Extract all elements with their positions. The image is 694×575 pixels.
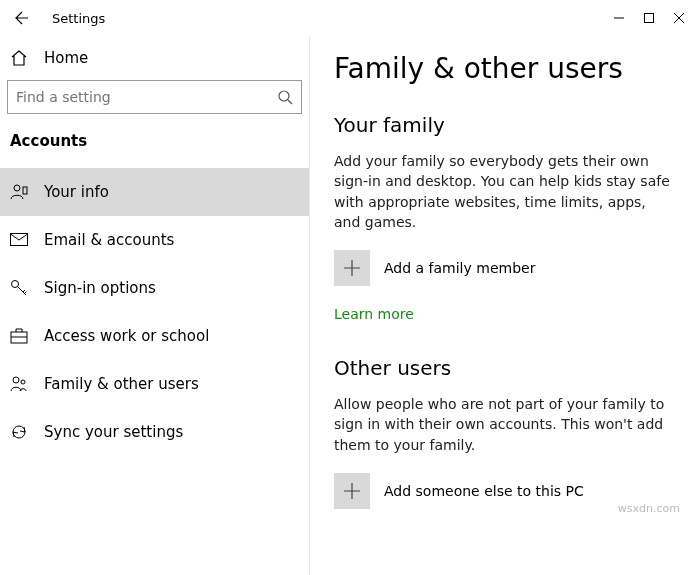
minimize-icon xyxy=(614,13,624,23)
sidebar-item-your-info[interactable]: Your info xyxy=(0,168,309,216)
app-title: Settings xyxy=(44,11,105,26)
nav-label: Your info xyxy=(44,183,109,201)
svg-rect-0 xyxy=(645,14,654,23)
category-title: Accounts xyxy=(0,132,309,168)
minimize-button[interactable] xyxy=(604,0,634,36)
sidebar-item-email-accounts[interactable]: Email & accounts xyxy=(0,216,309,264)
sidebar-item-signin-options[interactable]: Sign-in options xyxy=(0,264,309,312)
home-nav[interactable]: Home xyxy=(0,36,309,80)
sidebar-item-family-other-users[interactable]: Family & other users xyxy=(0,360,309,408)
svg-rect-3 xyxy=(23,187,27,194)
other-users-desc: Allow people who are not part of your fa… xyxy=(334,394,670,455)
svg-point-1 xyxy=(279,91,289,101)
add-other-label: Add someone else to this PC xyxy=(384,483,584,499)
content-area: Home Accounts Your info Email & accounts xyxy=(0,36,694,575)
add-family-member-button[interactable]: Add a family member xyxy=(334,250,670,286)
sidebar-item-access-work-school[interactable]: Access work or school xyxy=(0,312,309,360)
close-icon xyxy=(674,13,684,23)
watermark: wsxdn.com xyxy=(618,502,680,515)
titlebar: Settings xyxy=(0,0,694,36)
briefcase-icon xyxy=(10,328,28,344)
envelope-icon xyxy=(10,233,28,247)
sidebar-item-sync-settings[interactable]: Sync your settings xyxy=(0,408,309,456)
caption-controls xyxy=(604,0,694,36)
svg-point-8 xyxy=(21,380,25,384)
key-icon xyxy=(10,279,28,297)
search-container xyxy=(0,80,309,132)
your-family-desc: Add your family so everybody gets their … xyxy=(334,151,670,232)
page-title: Family & other users xyxy=(334,52,670,85)
search-input[interactable] xyxy=(16,89,277,105)
main-panel: Family & other users Your family Add you… xyxy=(310,36,694,575)
nav-label: Access work or school xyxy=(44,327,209,345)
maximize-button[interactable] xyxy=(634,0,664,36)
your-family-heading: Your family xyxy=(334,113,670,137)
nav-label: Sign-in options xyxy=(44,279,156,297)
back-arrow-icon xyxy=(14,10,30,26)
close-button[interactable] xyxy=(664,0,694,36)
svg-point-5 xyxy=(12,281,19,288)
learn-more-link[interactable]: Learn more xyxy=(334,306,414,322)
back-button[interactable] xyxy=(0,0,44,36)
other-users-heading: Other users xyxy=(334,356,670,380)
maximize-icon xyxy=(644,13,654,23)
people-icon xyxy=(10,376,28,392)
search-box[interactable] xyxy=(7,80,302,114)
home-icon xyxy=(10,49,28,67)
nav-label: Family & other users xyxy=(44,375,199,393)
svg-point-7 xyxy=(13,377,19,383)
svg-point-2 xyxy=(14,185,20,191)
home-label: Home xyxy=(44,49,88,67)
sync-icon xyxy=(10,423,28,441)
plus-icon xyxy=(334,250,370,286)
sidebar: Home Accounts Your info Email & accounts xyxy=(0,36,310,575)
nav-label: Sync your settings xyxy=(44,423,183,441)
search-icon xyxy=(277,89,293,105)
add-family-label: Add a family member xyxy=(384,260,535,276)
nav-label: Email & accounts xyxy=(44,231,174,249)
plus-icon xyxy=(334,473,370,509)
person-icon xyxy=(10,183,28,201)
